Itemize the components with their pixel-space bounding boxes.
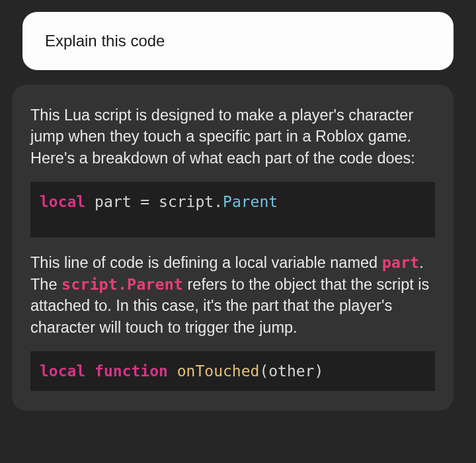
code-token-property: Parent: [223, 193, 278, 210]
code-token-identifier: script: [159, 193, 214, 210]
code-token-paren: ): [314, 362, 323, 380]
assistant-intro-paragraph: This Lua script is designed to make a pl…: [30, 105, 435, 169]
code-token-paren: (: [259, 362, 268, 380]
assistant-explain-paragraph-1: This line of code is defining a local va…: [30, 252, 435, 338]
inline-code: part: [382, 253, 420, 272]
code-token-keyword: function: [95, 362, 168, 380]
code-token-keyword: local: [40, 362, 85, 380]
user-message-bubble: Explain this code: [22, 12, 454, 70]
code-token-param: other: [268, 362, 314, 380]
assistant-intro-text: This Lua script is designed to make a pl…: [30, 106, 415, 167]
code-block-1[interactable]: local part = script.Parent: [30, 182, 435, 237]
assistant-message-bubble: This Lua script is designed to make a pl…: [12, 85, 454, 411]
code-token-keyword: local: [40, 193, 85, 210]
code-block-2[interactable]: local function onTouched(other): [30, 351, 435, 391]
explain-text: This line of code is defining a local va…: [30, 254, 382, 271]
user-message-text: Explain this code: [45, 32, 165, 50]
code-token-dot: .: [214, 193, 223, 210]
code-token-identifier: part: [95, 193, 131, 210]
inline-code: script.Parent: [61, 275, 183, 294]
code-token-operator: =: [140, 193, 149, 210]
code-token-function-name: onTouched: [177, 362, 260, 380]
